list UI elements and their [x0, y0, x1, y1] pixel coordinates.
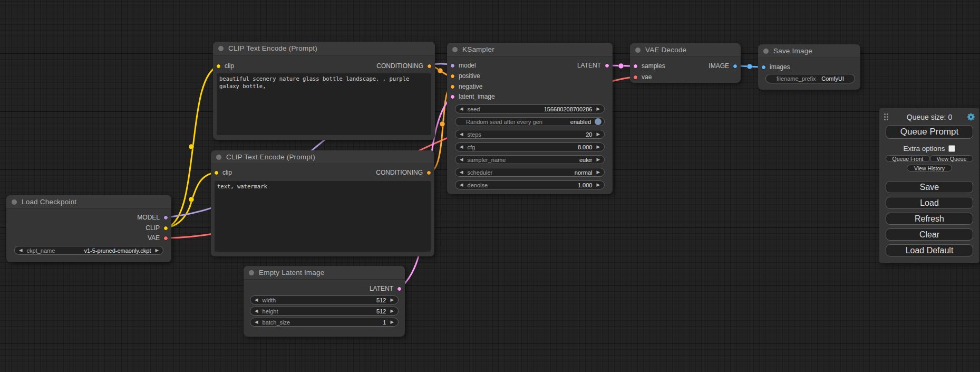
increment-arrow-icon[interactable]: ▶: [592, 170, 604, 175]
port-dot[interactable]: [450, 63, 455, 68]
port-dot[interactable]: [450, 94, 455, 99]
output-port-latent[interactable]: LATENT: [577, 62, 609, 69]
output-port-conditioning[interactable]: CONDITIONING: [376, 62, 432, 70]
collapse-dot-icon[interactable]: [218, 46, 224, 51]
port-dot[interactable]: [761, 65, 766, 70]
port-dot[interactable]: [216, 64, 221, 69]
node-ksampler[interactable]: KSampler model positive negative latent_…: [447, 43, 613, 194]
input-port-positive[interactable]: positive: [450, 72, 480, 80]
widget-cfg[interactable]: ◀ cfg 8.000 ▶: [455, 142, 605, 151]
node-title-bar[interactable]: CLIP Text Encode (Prompt): [213, 42, 435, 55]
port-dot[interactable]: [214, 170, 219, 175]
port-dot[interactable]: [426, 170, 431, 175]
view-history-button[interactable]: View History: [907, 165, 952, 171]
widget-ckpt-name[interactable]: ◀ ckpt_name v1-5-pruned-emaonly.ckpt ▶: [14, 246, 163, 255]
increment-arrow-icon[interactable]: ▶: [592, 145, 604, 149]
widget-seed[interactable]: ◀ seed 156680208700286 ▶: [455, 104, 605, 113]
input-port-vae[interactable]: vae: [633, 73, 652, 81]
decrement-arrow-icon[interactable]: ◀: [15, 248, 27, 253]
increment-arrow-icon[interactable]: ▶: [386, 320, 398, 325]
widget-random-seed-toggle[interactable]: Random seed after every gen enabled: [455, 117, 605, 126]
decrement-arrow-icon[interactable]: ◀: [455, 157, 468, 162]
widget-denoise[interactable]: ◀ denoise 1.000 ▶: [455, 180, 605, 189]
node-title-bar[interactable]: KSampler: [447, 43, 613, 56]
node-title-bar[interactable]: Empty Latent Image: [244, 266, 405, 280]
decrement-arrow-icon[interactable]: ◀: [455, 170, 468, 175]
increment-arrow-icon[interactable]: ▶: [592, 183, 604, 187]
port-dot[interactable]: [163, 236, 168, 241]
increment-arrow-icon[interactable]: ▶: [386, 309, 398, 313]
output-port-latent[interactable]: LATENT: [370, 285, 402, 292]
port-dot[interactable]: [163, 226, 168, 231]
widget-sampler-name[interactable]: ◀ sampler_name euler ▶: [455, 155, 605, 164]
input-port-latent-image[interactable]: latent_image: [450, 93, 495, 100]
port-dot[interactable]: [397, 287, 402, 291]
node-title-bar[interactable]: CLIP Text Encode (Prompt): [211, 150, 434, 164]
input-port-model[interactable]: model: [450, 62, 476, 69]
widget-height[interactable]: ◀ height 512 ▶: [250, 307, 399, 316]
collapse-dot-icon[interactable]: [635, 47, 641, 53]
increment-arrow-icon[interactable]: ▶: [592, 132, 604, 137]
collapse-dot-icon[interactable]: [763, 49, 769, 54]
node-empty-latent-image[interactable]: Empty Latent Image LATENT ◀ width 512 ▶ …: [244, 266, 405, 337]
toggle-knob-icon[interactable]: [595, 118, 601, 125]
node-title-bar[interactable]: VAE Decode: [630, 43, 741, 57]
node-title-bar[interactable]: Save Image: [758, 44, 860, 58]
port-dot[interactable]: [605, 63, 609, 68]
decrement-arrow-icon[interactable]: ◀: [250, 320, 263, 325]
graph-canvas[interactable]: { "icons": { "left_arrow": "◀", "right_a…: [0, 0, 980, 372]
input-port-negative[interactable]: negative: [450, 83, 482, 90]
port-dot[interactable]: [733, 64, 738, 69]
collapse-dot-icon[interactable]: [249, 270, 254, 275]
queue-front-button[interactable]: Queue Front: [886, 155, 930, 162]
widget-width[interactable]: ◀ width 512 ▶: [250, 295, 399, 304]
collapse-dot-icon[interactable]: [216, 155, 221, 160]
decrement-arrow-icon[interactable]: ◀: [250, 298, 263, 302]
widget-scheduler[interactable]: ◀ scheduler normal ▶: [455, 168, 605, 177]
positive-prompt-textarea[interactable]: beautiful scenery nature glass bottle la…: [217, 73, 431, 135]
increment-arrow-icon[interactable]: ▶: [151, 248, 163, 253]
node-load-checkpoint[interactable]: Load Checkpoint MODEL CLIP VAE ◀ ckpt_na…: [6, 195, 171, 262]
output-port-model[interactable]: MODEL: [137, 214, 168, 221]
queue-panel[interactable]: Queue size: 0 Queue Prompt Extra options…: [879, 108, 979, 263]
settings-gear-icon[interactable]: [967, 112, 976, 121]
input-port-samples[interactable]: samples: [633, 62, 665, 70]
input-port-clip[interactable]: clip: [214, 169, 232, 176]
decrement-arrow-icon[interactable]: ◀: [455, 183, 468, 187]
refresh-button[interactable]: Refresh: [886, 213, 973, 225]
load-button[interactable]: Load: [886, 197, 973, 209]
widget-filename-prefix[interactable]: filename_prefix ComfyUI: [765, 74, 855, 83]
port-dot[interactable]: [633, 64, 638, 69]
increment-arrow-icon[interactable]: ▶: [592, 157, 604, 162]
output-port-image[interactable]: IMAGE: [709, 62, 738, 70]
port-dot[interactable]: [450, 84, 455, 89]
decrement-arrow-icon[interactable]: ◀: [250, 309, 263, 313]
node-title-bar[interactable]: Load Checkpoint: [6, 195, 171, 209]
decrement-arrow-icon[interactable]: ◀: [455, 132, 468, 137]
node-save-image[interactable]: Save Image images filename_prefix ComfyU…: [758, 44, 860, 90]
node-vae-decode[interactable]: VAE Decode samples vae IMAGE: [630, 43, 741, 83]
node-clip-text-encode-positive[interactable]: CLIP Text Encode (Prompt) clip CONDITION…: [213, 42, 435, 140]
view-queue-button[interactable]: View Queue: [930, 155, 973, 162]
port-dot[interactable]: [427, 64, 432, 69]
widget-steps[interactable]: ◀ steps 20 ▶: [455, 130, 605, 139]
save-button[interactable]: Save: [886, 181, 973, 193]
collapse-dot-icon[interactable]: [12, 199, 17, 205]
negative-prompt-textarea[interactable]: text, watermark: [215, 181, 431, 252]
node-clip-text-encode-negative[interactable]: CLIP Text Encode (Prompt) clip CONDITION…: [211, 150, 434, 256]
output-port-clip[interactable]: CLIP: [145, 224, 168, 232]
increment-arrow-icon[interactable]: ▶: [386, 298, 398, 302]
decrement-arrow-icon[interactable]: ◀: [455, 107, 468, 111]
port-dot[interactable]: [633, 75, 638, 80]
load-default-button[interactable]: Load Default: [886, 244, 973, 256]
extra-options-checkbox[interactable]: [948, 145, 955, 152]
clear-button[interactable]: Clear: [886, 228, 973, 241]
output-port-conditioning[interactable]: CONDITIONING: [376, 169, 431, 176]
input-port-clip[interactable]: clip: [216, 62, 234, 70]
output-port-vae[interactable]: VAE: [148, 234, 168, 242]
increment-arrow-icon[interactable]: ▶: [592, 107, 604, 111]
widget-batch-size[interactable]: ◀ batch_size 1 ▶: [250, 318, 399, 327]
decrement-arrow-icon[interactable]: ◀: [455, 145, 468, 149]
port-dot[interactable]: [163, 215, 168, 220]
port-dot[interactable]: [450, 74, 455, 79]
